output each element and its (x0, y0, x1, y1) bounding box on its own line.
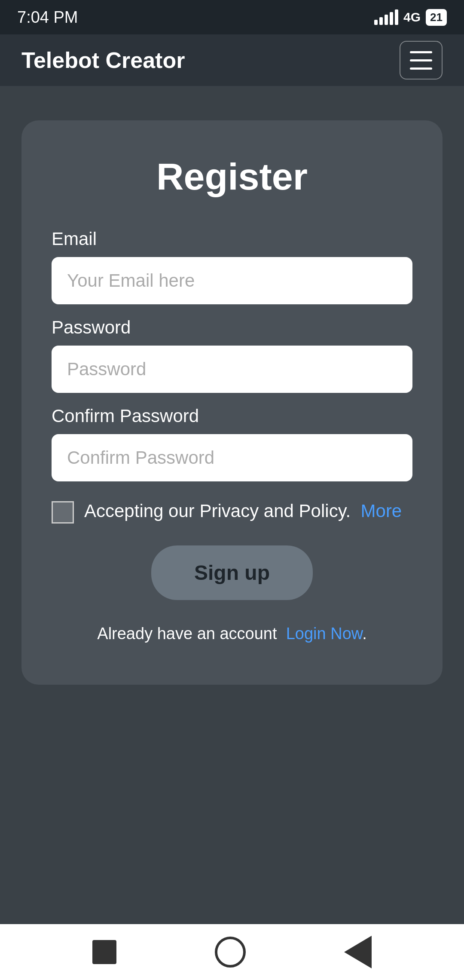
battery-icon: 21 (426, 9, 447, 26)
network-label: 4G (403, 10, 421, 24)
privacy-checkbox[interactable] (52, 501, 74, 524)
top-nav: Telebot Creator (0, 34, 464, 86)
app-title: Telebot Creator (21, 47, 185, 73)
signup-button[interactable]: Sign up (151, 545, 313, 600)
status-icons: 4G 21 (374, 9, 447, 26)
hamburger-line-1 (410, 51, 432, 53)
email-input[interactable] (52, 257, 412, 304)
password-input[interactable] (52, 346, 412, 393)
hamburger-line-3 (410, 67, 432, 70)
password-label: Password (52, 317, 412, 338)
confirm-password-form-group: Confirm Password (52, 406, 412, 481)
confirm-password-label: Confirm Password (52, 406, 412, 426)
email-label: Email (52, 229, 412, 249)
stop-button-icon[interactable] (92, 940, 116, 964)
privacy-more-link[interactable]: More (361, 501, 402, 521)
hamburger-line-2 (410, 59, 432, 61)
privacy-text-static: Accepting our Privacy and Policy. (84, 501, 351, 521)
privacy-row: Accepting our Privacy and Policy. More (52, 499, 412, 524)
status-bar: 7:04 PM 4G 21 (0, 0, 464, 34)
home-button-icon[interactable] (215, 937, 246, 968)
main-content: Register Email Password Confirm Password… (0, 86, 464, 924)
confirm-password-input[interactable] (52, 434, 412, 481)
register-title: Register (156, 155, 308, 199)
password-form-group: Password (52, 317, 412, 393)
login-prompt: Already have an account Login Now. (97, 622, 366, 646)
register-card: Register Email Password Confirm Password… (21, 120, 443, 685)
login-now-link[interactable]: Login Now (286, 625, 362, 643)
bottom-nav (0, 924, 464, 980)
status-time: 7:04 PM (17, 8, 78, 27)
signal-icon (374, 9, 398, 25)
email-form-group: Email (52, 229, 412, 304)
privacy-text: Accepting our Privacy and Policy. More (84, 499, 402, 524)
login-prompt-text: Already have an account (97, 625, 277, 643)
hamburger-menu-button[interactable] (400, 41, 443, 80)
back-button-icon[interactable] (344, 936, 372, 968)
login-period: . (362, 625, 367, 643)
